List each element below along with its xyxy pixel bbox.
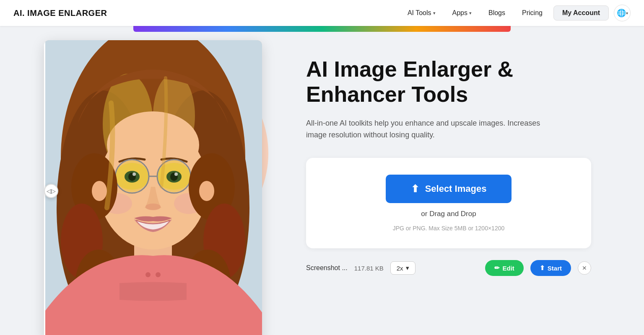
svg-point-21 (132, 173, 136, 176)
upload-icon: ⬆ (411, 183, 419, 195)
edit-button[interactable]: ✏ Edit (485, 260, 523, 276)
hero-subtitle: All-in-one AI toolkits help you enhance … (306, 117, 558, 142)
file-type-hint: JPG or PNG. Max Size 5MB or 1200×1200 (393, 225, 505, 232)
comparison-slider[interactable]: ◁▷ (44, 184, 58, 198)
before-after-image: ◁▷ (44, 40, 262, 335)
globe-chevron-icon: ▾ (626, 11, 628, 15)
edit-icon: ✏ (494, 264, 500, 272)
ai-tools-chevron-icon: ▾ (433, 10, 436, 16)
nav-pricing[interactable]: Pricing (514, 6, 550, 20)
scale-chevron-icon: ▾ (406, 264, 409, 272)
svg-point-31 (156, 272, 161, 277)
language-selector[interactable]: 🌐 ▾ (614, 5, 631, 21)
file-name: Screenshot ... (306, 264, 348, 272)
svg-point-23 (145, 204, 161, 210)
svg-point-33 (199, 181, 214, 201)
promo-banner (133, 26, 511, 32)
svg-point-22 (174, 173, 178, 176)
apps-chevron-icon: ▾ (469, 10, 472, 16)
svg-point-32 (92, 181, 107, 201)
select-images-button[interactable]: ⬆ Select Images (386, 175, 512, 203)
start-icon: ⬆ (540, 264, 545, 272)
my-account-button[interactable]: My Account (553, 5, 609, 21)
remove-file-button[interactable]: ✕ (578, 261, 591, 275)
globe-icon: 🌐 (617, 8, 626, 18)
nav-apps[interactable]: Apps ▾ (445, 6, 479, 20)
scale-selector[interactable]: 2x ▾ (390, 261, 415, 275)
nav-ai-tools[interactable]: AI Tools ▾ (400, 6, 443, 20)
upload-area: ⬆ Select Images or Drag and Drop JPG or … (306, 158, 591, 248)
navbar-nav: AI Tools ▾ Apps ▾ Blogs Pricing My Accou… (400, 5, 631, 21)
navbar: AI. IMAGE ENLARGER AI Tools ▾ Apps ▾ Blo… (0, 0, 644, 26)
start-button[interactable]: ⬆ Start (530, 260, 571, 276)
image-preview-panel: ◁▷ (0, 32, 273, 335)
file-size: 117.81 KB (354, 265, 384, 272)
drag-drop-text: or Drag and Drop (421, 210, 476, 218)
slider-arrows-icon: ◁▷ (47, 188, 56, 194)
right-content-panel: AI Image Enlarger & Enhancer Tools All-i… (273, 32, 644, 335)
file-info-row: Screenshot ... 117.81 KB 2x ▾ ✏ Edit ⬆ S… (306, 258, 591, 278)
close-icon: ✕ (582, 265, 587, 271)
nav-blogs[interactable]: Blogs (481, 6, 513, 20)
logo: AI. IMAGE ENLARGER (13, 8, 107, 18)
svg-point-30 (145, 272, 151, 277)
photo-svg (44, 40, 262, 335)
hero-title: AI Image Enlarger & Enhancer Tools (306, 57, 574, 107)
main-content: ◁▷ AI Image Enlarger & Enhancer Tools Al… (0, 32, 644, 335)
